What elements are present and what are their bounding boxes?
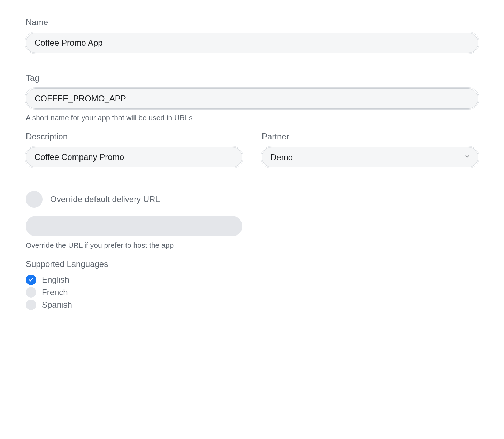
override-toggle-row: Override default delivery URL <box>26 191 242 208</box>
language-item[interactable]: English <box>26 275 478 285</box>
tag-group: Tag A short name for your app that will … <box>26 73 478 122</box>
description-label: Description <box>26 132 242 141</box>
checkbox-unchecked-icon <box>26 300 36 310</box>
override-toggle-label: Override default delivery URL <box>50 194 160 204</box>
override-url-input <box>26 216 242 236</box>
name-group: Name <box>26 17 478 53</box>
tag-help-text: A short name for your app that will be u… <box>26 114 478 122</box>
partner-select[interactable]: Demo <box>262 147 478 167</box>
language-item[interactable]: French <box>26 287 478 298</box>
language-label: French <box>42 287 68 297</box>
override-toggle[interactable] <box>26 191 43 208</box>
language-item[interactable]: Spanish <box>26 300 478 310</box>
tag-input[interactable] <box>26 88 478 109</box>
override-help-text: Override the URL if you prefer to host t… <box>26 241 242 249</box>
language-label: Spanish <box>42 300 72 310</box>
languages-label: Supported Languages <box>26 259 478 269</box>
checkbox-checked-icon <box>26 275 36 285</box>
languages-list: EnglishFrenchSpanish <box>26 275 478 310</box>
override-spacer <box>262 187 478 259</box>
override-group: Override default delivery URL Override t… <box>26 187 242 249</box>
tag-label: Tag <box>26 73 478 83</box>
partner-selected-value: Demo <box>262 147 478 167</box>
name-label: Name <box>26 17 478 27</box>
checkbox-unchecked-icon <box>26 287 36 298</box>
desc-partner-row: Description Partner Demo <box>26 132 478 187</box>
language-label: English <box>42 275 69 285</box>
description-input[interactable] <box>26 147 242 167</box>
description-group: Description <box>26 132 242 167</box>
partner-group: Partner Demo <box>262 132 478 167</box>
partner-label: Partner <box>262 132 478 141</box>
override-row: Override default delivery URL Override t… <box>26 187 478 259</box>
name-input[interactable] <box>26 33 478 53</box>
languages-group: Supported Languages EnglishFrenchSpanish <box>26 259 478 310</box>
